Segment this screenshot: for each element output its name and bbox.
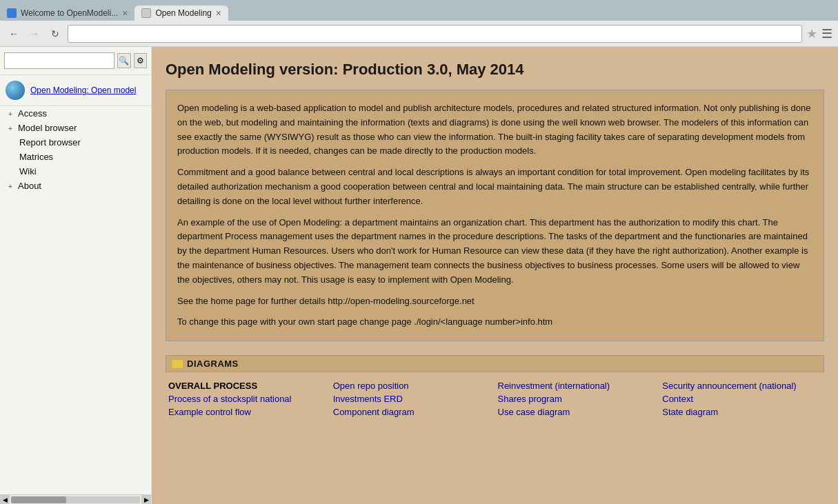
tab2-label: Open Modeling [155, 8, 211, 18]
bookmark-button[interactable]: ★ [806, 26, 817, 41]
tab-1[interactable]: Welcome to OpenModeli... × [0, 6, 134, 21]
diagrams-section: DIAGRAMS OVERALL PROCESSOpen repo positi… [166, 355, 824, 425]
diagram-link[interactable]: Example control flow [168, 407, 328, 417]
scroll-right-arrow[interactable]: ▶ [141, 495, 151, 505]
logo-icon [6, 81, 25, 100]
diagram-link[interactable]: Use case diagram [498, 407, 657, 417]
diagrams-title: DIAGRAMS [187, 359, 239, 369]
diagram-link[interactable]: Open repo position [333, 381, 492, 391]
para-4: See the home page for further details ht… [177, 294, 812, 309]
menu-button[interactable]: ☰ [821, 26, 832, 41]
tab1-favicon [7, 8, 17, 18]
sidebar-item-report-browser[interactable]: Report browser [0, 135, 151, 150]
scroll-left-arrow[interactable]: ◀ [0, 495, 10, 505]
diagrams-grid: OVERALL PROCESSOpen repo positionReinves… [166, 372, 824, 425]
sidebar-item-about[interactable]: + About [0, 179, 151, 193]
search-button[interactable]: 🔍 [117, 53, 131, 68]
matrices-label: Matrices [19, 152, 146, 162]
diagram-link[interactable]: Context [662, 394, 821, 404]
diagram-link[interactable]: OVERALL PROCESS [168, 381, 328, 391]
folder-icon [172, 360, 183, 368]
sidebar-item-matrices[interactable]: Matrices [0, 150, 151, 164]
para-1: Open modeling is a web-based application… [177, 101, 812, 159]
search-options-button[interactable]: ⚙ [134, 53, 148, 68]
diagram-link[interactable]: State diagram [662, 407, 821, 417]
sidebar-search-input[interactable] [4, 52, 114, 69]
content-area: Open Modeling version: Production 3.0, M… [152, 47, 838, 504]
diagrams-header: DIAGRAMS [166, 355, 824, 372]
browser-chrome: Welcome to OpenModeli... × Open Modeling… [0, 0, 838, 47]
access-label: Access [18, 108, 146, 119]
wiki-label: Wiki [19, 166, 146, 177]
main-layout: 🔍 ⚙ Open Modeling: Open model + Access +… [0, 47, 838, 504]
sidebar-scrollbar[interactable]: ◀ ▶ [0, 494, 151, 504]
back-button[interactable]: ← [6, 26, 22, 42]
access-expander[interactable]: + [6, 109, 15, 119]
tab1-close[interactable]: × [122, 8, 128, 18]
para-5: To change this page with your own start … [177, 315, 812, 330]
about-label: About [18, 181, 146, 191]
about-expander[interactable]: + [6, 181, 15, 191]
diagram-link[interactable]: Reinvestment (international) [498, 381, 657, 391]
url-input[interactable]: localhost:8080/om30a/index.htm [68, 25, 802, 43]
scrollbar-track[interactable] [11, 496, 140, 503]
address-bar: ← → ↻ localhost:8080/om30a/index.htm ★ ☰ [0, 21, 838, 47]
forward-button[interactable]: → [26, 26, 43, 42]
diagram-link[interactable]: Shares program [498, 394, 657, 404]
sidebar-item-wiki[interactable]: Wiki [0, 164, 151, 179]
logo-link[interactable]: Open Modeling: Open model [30, 85, 136, 95]
page-title: Open Modeling version: Production 3.0, M… [166, 61, 824, 79]
diagram-link[interactable]: Investments ERD [333, 394, 492, 404]
diagram-link[interactable]: Process of a stocksplit national [168, 394, 328, 404]
tab2-favicon [141, 8, 151, 18]
model-browser-label: Model browser [18, 123, 146, 133]
sidebar-search-area: 🔍 ⚙ [0, 47, 151, 75]
sidebar: 🔍 ⚙ Open Modeling: Open model + Access +… [0, 47, 152, 504]
sidebar-item-model-browser[interactable]: + Model browser [0, 121, 151, 135]
sidebar-logo: Open Modeling: Open model [0, 75, 151, 106]
para-3: An example of the use of Open Modeling: … [177, 216, 812, 288]
tab-bar: Welcome to OpenModeli... × Open Modeling… [0, 0, 838, 21]
model-browser-expander[interactable]: + [6, 123, 15, 133]
diagram-link[interactable]: Security announcement (national) [662, 381, 821, 391]
tab-2[interactable]: Open Modeling × [134, 6, 228, 21]
description-box: Open modeling is a web-based application… [166, 90, 824, 341]
para-2: Commitment and a good balance between ce… [177, 165, 812, 208]
report-browser-label: Report browser [19, 137, 146, 148]
tab2-close[interactable]: × [216, 8, 221, 18]
sidebar-item-access[interactable]: + Access [0, 106, 151, 121]
scrollbar-thumb[interactable] [11, 496, 66, 503]
reload-button[interactable]: ↻ [47, 26, 63, 42]
tab1-label: Welcome to OpenModeli... [21, 8, 118, 18]
diagram-link[interactable]: Component diagram [333, 407, 492, 417]
